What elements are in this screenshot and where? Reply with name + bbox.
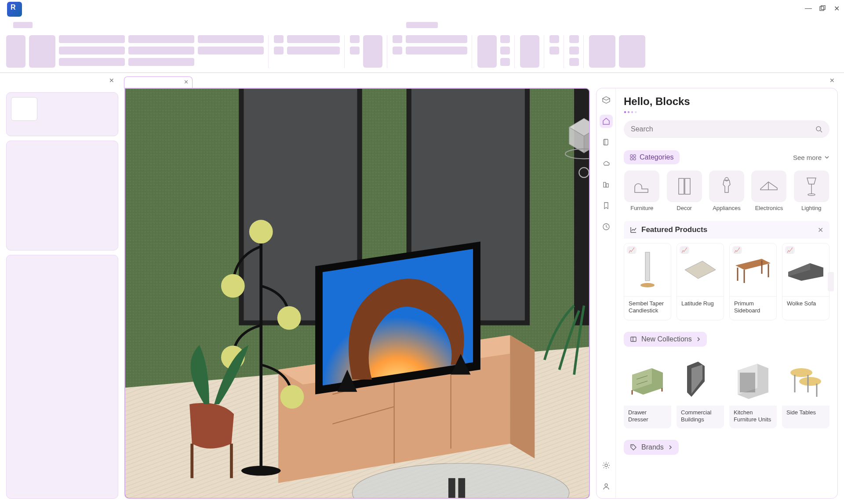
user-icon[interactable] (600, 480, 613, 493)
layers-icon[interactable] (600, 136, 613, 149)
ribbon-button-placeholder[interactable] (198, 35, 264, 43)
ribbon-button-placeholder[interactable] (619, 35, 645, 68)
close-panel-icon[interactable]: ✕ (828, 76, 836, 84)
ribbon-button-placeholder[interactable] (500, 35, 510, 43)
ribbon-button-placeholder[interactable] (589, 35, 615, 68)
ribbon-button-placeholder[interactable] (406, 47, 467, 54)
product-card[interactable]: 📈 Sembel Taper Candlestick (624, 243, 671, 320)
trending-icon: 📈 (680, 246, 689, 254)
search-box[interactable] (624, 120, 829, 138)
ribbon-button-placeholder[interactable] (477, 35, 497, 68)
svg-rect-55 (633, 158, 636, 160)
featured-label: Featured Products (641, 225, 707, 234)
ribbon-button-placeholder[interactable] (350, 47, 360, 54)
ribbon-button-placeholder[interactable] (350, 35, 360, 43)
decorative-dots: ●●●● (624, 109, 829, 114)
categories-chip[interactable]: Categories (624, 150, 680, 164)
building-icon[interactable] (600, 178, 613, 191)
ribbon-button-placeholder[interactable] (549, 47, 559, 54)
ribbon-button-placeholder[interactable] (393, 47, 402, 54)
svg-rect-1 (821, 6, 825, 10)
category-tile-electronics[interactable] (751, 170, 786, 202)
ribbon-button-placeholder[interactable] (500, 47, 510, 54)
ribbon-button-placeholder[interactable] (406, 35, 467, 43)
cloud-icon[interactable] (600, 157, 613, 170)
close-icon[interactable]: ✕ (184, 79, 189, 85)
ribbon-button-placeholder[interactable] (29, 35, 55, 68)
tag-icon (630, 444, 637, 451)
svg-point-85 (790, 368, 812, 377)
category-tile-lighting[interactable] (794, 170, 829, 202)
ribbon-button-placeholder[interactable] (128, 35, 194, 43)
new-collections-chip[interactable]: New Collections (624, 332, 707, 347)
ribbon-button-placeholder[interactable] (198, 47, 264, 54)
maximize-button[interactable] (819, 4, 826, 12)
collection-card[interactable]: Commercial Buildings (677, 353, 724, 429)
panel-rail (597, 88, 616, 498)
collection-card[interactable]: Kitchen Furniture Units (729, 353, 777, 429)
scroll-right-button[interactable] (828, 272, 834, 291)
ribbon-button-placeholder[interactable] (569, 35, 579, 43)
minimize-button[interactable]: — (804, 4, 812, 12)
ribbon-button-placeholder[interactable] (287, 35, 340, 43)
ribbon-button-placeholder[interactable] (274, 47, 284, 54)
close-window-button[interactable]: ✕ (833, 4, 840, 12)
ribbon-tab-placeholder[interactable] (13, 22, 33, 28)
view-tab[interactable]: ✕ (124, 76, 193, 88)
svg-point-27 (241, 466, 281, 475)
ribbon-tab-placeholder[interactable] (406, 22, 438, 28)
collection-label: Side Tables (782, 406, 829, 421)
panel-title: Hello, Blocks (624, 95, 829, 108)
product-card[interactable]: 📈 Primum Sideboard (729, 243, 777, 320)
cube-icon[interactable] (600, 94, 613, 107)
panel-content: Hello, Blocks ●●●● Categories See more (616, 88, 837, 498)
ribbon-button-placeholder[interactable] (59, 58, 125, 66)
collection-card[interactable]: Drawer Dresser (624, 353, 671, 429)
trending-icon: 📈 (785, 246, 795, 254)
svg-rect-0 (820, 7, 824, 11)
ribbon-button-placeholder[interactable] (6, 35, 25, 68)
thumbnail-placeholder[interactable] (11, 97, 37, 121)
close-featured-icon[interactable]: ✕ (818, 226, 823, 234)
category-tile-decor[interactable] (667, 170, 702, 202)
svg-point-50 (816, 127, 821, 131)
product-card[interactable]: 📈 Wolke Sofa (782, 243, 829, 320)
ribbon-button-placeholder[interactable] (287, 47, 340, 54)
3d-viewport[interactable] (124, 88, 590, 499)
search-icon[interactable] (815, 126, 822, 133)
svg-rect-84 (740, 373, 755, 392)
ribbon-button-placeholder[interactable] (59, 47, 125, 54)
category-tile-appliances[interactable] (709, 170, 744, 202)
close-icon[interactable]: ✕ (108, 76, 116, 84)
ribbon-button-placeholder[interactable] (569, 47, 579, 54)
product-label: Primum Sideboard (730, 296, 776, 320)
history-icon[interactable] (600, 220, 613, 233)
category-label: Decor (677, 205, 692, 211)
category-tile-furniture[interactable] (624, 170, 659, 202)
svg-point-58 (725, 178, 728, 181)
ribbon-button-placeholder[interactable] (520, 35, 539, 68)
see-more-link[interactable]: See more (793, 154, 829, 161)
ribbon-button-placeholder[interactable] (549, 35, 559, 43)
ribbon-button-placeholder[interactable] (500, 58, 510, 66)
svg-point-90 (632, 446, 633, 446)
ribbon-button-placeholder[interactable] (569, 58, 579, 66)
svg-rect-37 (458, 478, 465, 498)
brands-chip[interactable]: Brands (624, 440, 679, 455)
ribbon-button-placeholder[interactable] (128, 47, 194, 54)
bookmark-icon[interactable] (600, 199, 613, 212)
category-label: Lighting (801, 205, 822, 211)
svg-point-86 (799, 377, 821, 386)
collection-card[interactable]: Side Tables (782, 353, 829, 429)
ribbon-button-placeholder[interactable] (274, 35, 284, 43)
gear-icon[interactable] (600, 459, 613, 472)
ribbon-button-placeholder[interactable] (59, 35, 125, 43)
product-card[interactable]: 📈 Latitude Rug (677, 243, 724, 320)
new-collections-label: New Collections (641, 335, 692, 343)
category-label: Furniture (630, 205, 653, 211)
ribbon-button-placeholder[interactable] (393, 35, 402, 43)
home-icon[interactable] (600, 115, 613, 128)
ribbon-button-placeholder[interactable] (128, 58, 194, 66)
ribbon-button-placeholder[interactable] (363, 35, 382, 68)
search-input[interactable] (631, 125, 811, 133)
